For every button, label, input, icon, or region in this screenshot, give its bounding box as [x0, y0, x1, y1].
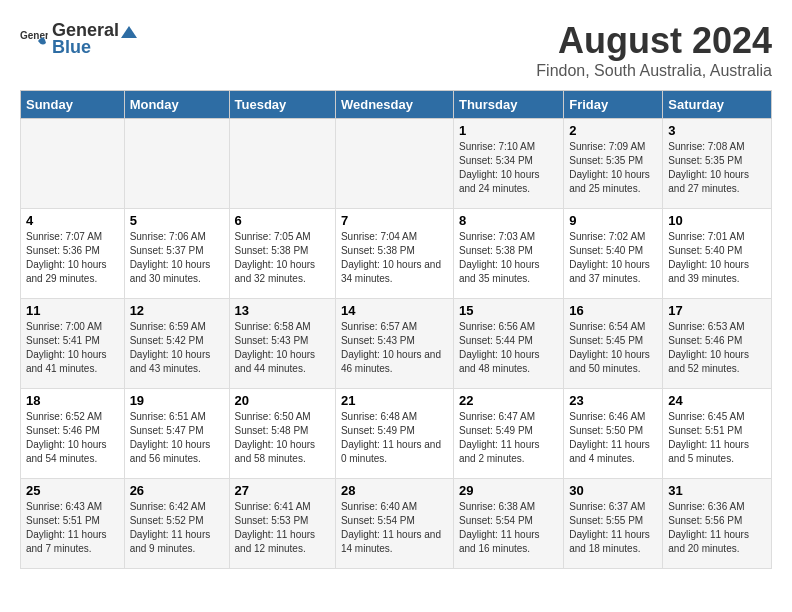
sunset: Sunset: 5:37 PM [130, 245, 204, 256]
daylight: Daylight: 11 hours and 9 minutes. [130, 529, 211, 554]
day-info: Sunrise: 7:09 AM Sunset: 5:35 PM Dayligh… [569, 140, 657, 196]
sunrise: Sunrise: 6:46 AM [569, 411, 645, 422]
logo-blue-icon [121, 26, 137, 38]
day-number: 2 [569, 123, 657, 138]
day-number: 19 [130, 393, 224, 408]
sunrise: Sunrise: 6:37 AM [569, 501, 645, 512]
daylight: Daylight: 10 hours and 25 minutes. [569, 169, 650, 194]
day-info: Sunrise: 6:40 AM Sunset: 5:54 PM Dayligh… [341, 500, 448, 556]
sunrise: Sunrise: 6:54 AM [569, 321, 645, 332]
header: General General Blue August 2024 Findon,… [20, 20, 772, 80]
sunset: Sunset: 5:51 PM [668, 425, 742, 436]
sunset: Sunset: 5:41 PM [26, 335, 100, 346]
day-info: Sunrise: 7:06 AM Sunset: 5:37 PM Dayligh… [130, 230, 224, 286]
sunrise: Sunrise: 6:48 AM [341, 411, 417, 422]
daylight: Daylight: 10 hours and 44 minutes. [235, 349, 316, 374]
sunrise: Sunrise: 6:45 AM [668, 411, 744, 422]
calendar-cell: 29 Sunrise: 6:38 AM Sunset: 5:54 PM Dayl… [453, 479, 563, 569]
sunrise: Sunrise: 6:53 AM [668, 321, 744, 332]
day-info: Sunrise: 6:51 AM Sunset: 5:47 PM Dayligh… [130, 410, 224, 466]
daylight: Daylight: 10 hours and 29 minutes. [26, 259, 107, 284]
daylight: Daylight: 10 hours and 52 minutes. [668, 349, 749, 374]
sunrise: Sunrise: 7:02 AM [569, 231, 645, 242]
day-info: Sunrise: 6:56 AM Sunset: 5:44 PM Dayligh… [459, 320, 558, 376]
sunrise: Sunrise: 6:43 AM [26, 501, 102, 512]
calendar-cell: 1 Sunrise: 7:10 AM Sunset: 5:34 PM Dayli… [453, 119, 563, 209]
day-number: 8 [459, 213, 558, 228]
day-info: Sunrise: 6:54 AM Sunset: 5:45 PM Dayligh… [569, 320, 657, 376]
main-title: August 2024 [536, 20, 772, 62]
daylight: Daylight: 10 hours and 27 minutes. [668, 169, 749, 194]
sunrise: Sunrise: 6:57 AM [341, 321, 417, 332]
day-info: Sunrise: 6:57 AM Sunset: 5:43 PM Dayligh… [341, 320, 448, 376]
sunrise: Sunrise: 7:01 AM [668, 231, 744, 242]
calendar-cell: 5 Sunrise: 7:06 AM Sunset: 5:37 PM Dayli… [124, 209, 229, 299]
sunset: Sunset: 5:52 PM [130, 515, 204, 526]
sunrise: Sunrise: 6:52 AM [26, 411, 102, 422]
day-info: Sunrise: 6:41 AM Sunset: 5:53 PM Dayligh… [235, 500, 330, 556]
sunset: Sunset: 5:56 PM [668, 515, 742, 526]
sunrise: Sunrise: 6:50 AM [235, 411, 311, 422]
day-info: Sunrise: 6:47 AM Sunset: 5:49 PM Dayligh… [459, 410, 558, 466]
day-number: 15 [459, 303, 558, 318]
day-info: Sunrise: 6:59 AM Sunset: 5:42 PM Dayligh… [130, 320, 224, 376]
sunrise: Sunrise: 6:47 AM [459, 411, 535, 422]
calendar-cell: 11 Sunrise: 7:00 AM Sunset: 5:41 PM Dayl… [21, 299, 125, 389]
calendar-cell: 21 Sunrise: 6:48 AM Sunset: 5:49 PM Dayl… [335, 389, 453, 479]
day-info: Sunrise: 7:07 AM Sunset: 5:36 PM Dayligh… [26, 230, 119, 286]
sunrise: Sunrise: 6:41 AM [235, 501, 311, 512]
calendar-cell: 9 Sunrise: 7:02 AM Sunset: 5:40 PM Dayli… [564, 209, 663, 299]
calendar-cell: 10 Sunrise: 7:01 AM Sunset: 5:40 PM Dayl… [663, 209, 772, 299]
calendar-cell: 19 Sunrise: 6:51 AM Sunset: 5:47 PM Dayl… [124, 389, 229, 479]
day-info: Sunrise: 6:45 AM Sunset: 5:51 PM Dayligh… [668, 410, 766, 466]
sunrise: Sunrise: 7:04 AM [341, 231, 417, 242]
day-number: 29 [459, 483, 558, 498]
sunset: Sunset: 5:54 PM [341, 515, 415, 526]
daylight: Daylight: 10 hours and 24 minutes. [459, 169, 540, 194]
daylight: Daylight: 10 hours and 46 minutes. [341, 349, 441, 374]
daylight: Daylight: 10 hours and 54 minutes. [26, 439, 107, 464]
calendar-cell: 16 Sunrise: 6:54 AM Sunset: 5:45 PM Dayl… [564, 299, 663, 389]
day-info: Sunrise: 7:00 AM Sunset: 5:41 PM Dayligh… [26, 320, 119, 376]
day-number: 12 [130, 303, 224, 318]
subtitle: Findon, South Australia, Australia [536, 62, 772, 80]
calendar-cell: 2 Sunrise: 7:09 AM Sunset: 5:35 PM Dayli… [564, 119, 663, 209]
weekday-header-sunday: Sunday [21, 91, 125, 119]
sunset: Sunset: 5:35 PM [569, 155, 643, 166]
calendar-cell: 20 Sunrise: 6:50 AM Sunset: 5:48 PM Dayl… [229, 389, 335, 479]
day-info: Sunrise: 6:36 AM Sunset: 5:56 PM Dayligh… [668, 500, 766, 556]
daylight: Daylight: 10 hours and 41 minutes. [26, 349, 107, 374]
day-number: 17 [668, 303, 766, 318]
calendar-cell: 28 Sunrise: 6:40 AM Sunset: 5:54 PM Dayl… [335, 479, 453, 569]
day-info: Sunrise: 6:37 AM Sunset: 5:55 PM Dayligh… [569, 500, 657, 556]
calendar-cell: 23 Sunrise: 6:46 AM Sunset: 5:50 PM Dayl… [564, 389, 663, 479]
daylight: Daylight: 10 hours and 34 minutes. [341, 259, 441, 284]
day-number: 31 [668, 483, 766, 498]
day-number: 18 [26, 393, 119, 408]
weekday-header-tuesday: Tuesday [229, 91, 335, 119]
calendar-cell: 6 Sunrise: 7:05 AM Sunset: 5:38 PM Dayli… [229, 209, 335, 299]
sunset: Sunset: 5:49 PM [341, 425, 415, 436]
day-number: 28 [341, 483, 448, 498]
sunset: Sunset: 5:45 PM [569, 335, 643, 346]
day-info: Sunrise: 6:52 AM Sunset: 5:46 PM Dayligh… [26, 410, 119, 466]
calendar-cell: 12 Sunrise: 6:59 AM Sunset: 5:42 PM Dayl… [124, 299, 229, 389]
calendar-cell: 31 Sunrise: 6:36 AM Sunset: 5:56 PM Dayl… [663, 479, 772, 569]
day-number: 11 [26, 303, 119, 318]
daylight: Daylight: 11 hours and 0 minutes. [341, 439, 441, 464]
daylight: Daylight: 10 hours and 37 minutes. [569, 259, 650, 284]
sunrise: Sunrise: 7:07 AM [26, 231, 102, 242]
sunset: Sunset: 5:55 PM [569, 515, 643, 526]
day-info: Sunrise: 7:05 AM Sunset: 5:38 PM Dayligh… [235, 230, 330, 286]
week-row-1: 1 Sunrise: 7:10 AM Sunset: 5:34 PM Dayli… [21, 119, 772, 209]
sunrise: Sunrise: 6:38 AM [459, 501, 535, 512]
sunrise: Sunrise: 6:51 AM [130, 411, 206, 422]
sunset: Sunset: 5:50 PM [569, 425, 643, 436]
day-number: 26 [130, 483, 224, 498]
day-number: 22 [459, 393, 558, 408]
weekday-header-wednesday: Wednesday [335, 91, 453, 119]
daylight: Daylight: 10 hours and 58 minutes. [235, 439, 316, 464]
daylight: Daylight: 10 hours and 48 minutes. [459, 349, 540, 374]
day-number: 4 [26, 213, 119, 228]
sunset: Sunset: 5:43 PM [341, 335, 415, 346]
